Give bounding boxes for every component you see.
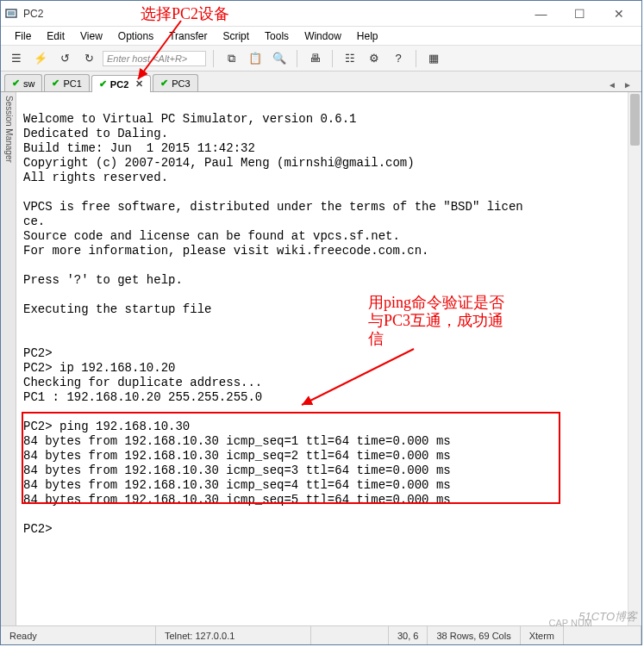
tab-label: sw [23, 78, 34, 89]
reconnect-icon[interactable]: ↺ [54, 48, 75, 69]
tab-label: PC2 [110, 79, 128, 90]
menu-options[interactable]: Options [111, 28, 160, 44]
tab-label: PC1 [63, 78, 81, 89]
status-connection: Telnet: 127.0.0.1 [156, 626, 311, 644]
find-icon[interactable]: 🔍 [269, 48, 290, 69]
menu-view[interactable]: View [73, 28, 109, 44]
tabstrip: ✔ sw ✔ PC1 ✔ PC2 ✕ ✔ PC3 ◄ ► [1, 72, 641, 92]
toolbar-separator [213, 50, 214, 67]
status-term: Xterm [521, 626, 564, 644]
vertical-scrollbar[interactable] [628, 92, 641, 625]
close-icon[interactable]: ✕ [135, 78, 143, 90]
check-icon: ✔ [160, 78, 168, 89]
session-manager-icon[interactable]: ☰ [6, 48, 27, 69]
status-spacer [311, 626, 389, 644]
copy-icon[interactable]: ⧉ [221, 48, 241, 69]
status-caps [564, 626, 641, 644]
quick-connect-icon[interactable]: ⚡ [30, 48, 51, 69]
menubar: File Edit View Options Transfer Script T… [1, 27, 641, 46]
menu-tools[interactable]: Tools [258, 28, 296, 44]
body-area: Session Manager Welcome to Virtual PC Si… [1, 92, 641, 625]
tab-label: PC3 [172, 78, 190, 89]
status-cursor-pos: 30, 6 [389, 626, 428, 644]
svg-rect-1 [8, 11, 15, 16]
check-icon: ✔ [52, 78, 59, 89]
tab-pc1[interactable]: ✔ PC1 [44, 74, 89, 91]
minimize-button[interactable]: — [522, 2, 560, 26]
terminal[interactable]: Welcome to Virtual PC Simulator, version… [16, 92, 628, 625]
maximize-button[interactable]: ☐ [560, 2, 599, 26]
close-button[interactable]: ✕ [599, 2, 638, 26]
tab-right-icon[interactable]: ► [621, 78, 635, 91]
status-ready: Ready [1, 626, 156, 644]
help-icon[interactable]: ? [388, 48, 409, 69]
tab-left-icon[interactable]: ◄ [605, 78, 619, 91]
session-manager-panel[interactable]: Session Manager [1, 92, 16, 625]
toolbar-separator [332, 50, 333, 67]
tab-arrows: ◄ ► [605, 78, 638, 91]
tab-pc3[interactable]: ✔ PC3 [153, 74, 197, 91]
toolbar-separator [297, 50, 297, 67]
options-icon[interactable]: ⚙ [364, 48, 385, 69]
menu-script[interactable]: Script [216, 28, 256, 44]
check-icon: ✔ [99, 78, 107, 90]
statusbar: Ready Telnet: 127.0.0.1 30, 6 38 Rows, 6… [1, 625, 641, 644]
menu-transfer[interactable]: Transfer [162, 28, 214, 44]
menu-help[interactable]: Help [350, 28, 385, 44]
toolbar-separator [416, 50, 416, 67]
app-icon [4, 7, 18, 21]
toolbar: ☰ ⚡ ↺ ↻ Enter host <Alt+R> ⧉ 📋 🔍 🖶 ☷ ⚙ ?… [1, 46, 641, 72]
menu-edit[interactable]: Edit [40, 28, 72, 44]
xterm-icon[interactable]: ▦ [423, 48, 444, 69]
paste-icon[interactable]: 📋 [245, 48, 266, 69]
check-icon: ✔ [12, 78, 20, 89]
tab-pc2[interactable]: ✔ PC2 ✕ [91, 75, 151, 92]
menu-window[interactable]: Window [297, 28, 348, 44]
titlebar: PC2 — ☐ ✕ [1, 1, 641, 27]
app-window: PC2 — ☐ ✕ File Edit View Options Transfe… [0, 0, 642, 645]
menu-file[interactable]: File [8, 28, 38, 44]
status-size: 38 Rows, 69 Cols [428, 626, 520, 644]
host-input[interactable]: Enter host <Alt+R> [103, 51, 206, 66]
tab-sw[interactable]: ✔ sw [4, 74, 42, 91]
properties-icon[interactable]: ☷ [340, 48, 360, 69]
print-icon[interactable]: 🖶 [304, 48, 325, 69]
window-title: PC2 [23, 8, 43, 20]
disconnect-icon[interactable]: ↻ [78, 48, 99, 69]
